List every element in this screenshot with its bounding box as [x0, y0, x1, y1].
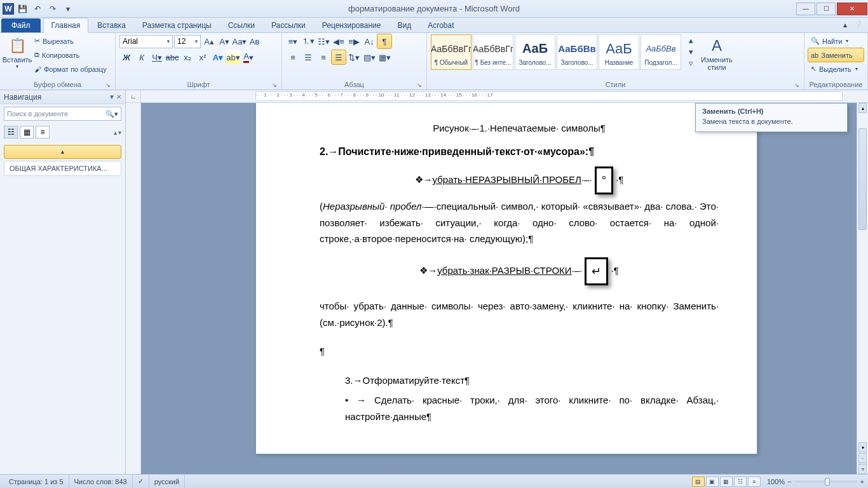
nav-collapse-item[interactable]: ▲ [4, 145, 121, 159]
numbering-icon[interactable]: ⒈▾ [301, 34, 315, 48]
change-case-icon[interactable]: Aa▾ [233, 34, 247, 48]
tab-view[interactable]: Вид [390, 18, 419, 32]
paste-button[interactable]: 📋 Вставить ▾ [4, 34, 31, 76]
grow-font-icon[interactable]: A▴ [202, 34, 216, 48]
styles-gallery[interactable]: АаБбВвГг¶ Обычный АаБбВвГг¶ Без инте... … [431, 34, 681, 70]
italic-button[interactable]: К [135, 50, 149, 64]
navpane-close-icon[interactable]: ✕ [116, 93, 121, 100]
sort-icon[interactable]: A↓ [362, 34, 376, 48]
app-icon[interactable]: W [3, 3, 14, 15]
vertical-scrollbar[interactable]: ▴ ▾ ◦ ▿ [857, 103, 868, 474]
nav-search-input[interactable]: Поиск в документе 🔍▾ [4, 107, 121, 121]
tab-review[interactable]: Рецензирование [315, 18, 389, 32]
close-button[interactable]: ✕ [837, 3, 867, 15]
redo-button[interactable]: ↷ [46, 2, 60, 16]
view-outline[interactable]: ☷ [734, 477, 747, 487]
status-page[interactable]: Страница: 1 из 5 [4, 475, 69, 488]
shading-icon[interactable]: ▧▾ [362, 50, 376, 64]
select-button[interactable]: ↖Выделить▾ [808, 62, 864, 76]
superscript-button[interactable]: x² [196, 50, 210, 64]
document-viewport[interactable]: Рисунок·–·1.·Непечатаемые· символы¶ 2.→П… [141, 103, 857, 474]
clipboard-launcher-icon[interactable]: ↘ [104, 81, 112, 90]
nav-prev-icon[interactable]: ▴ [114, 129, 117, 136]
nav-next-icon[interactable]: ▾ [118, 129, 121, 136]
highlight-icon[interactable]: ab▾ [226, 50, 240, 64]
nav-tab-headings[interactable]: ☷ [4, 126, 18, 139]
save-button[interactable]: 💾 [15, 2, 29, 16]
ribbon-minimize-icon[interactable]: ▴ ❔ [843, 20, 863, 29]
tab-mailings[interactable]: Рассылки [264, 18, 313, 32]
align-justify-icon[interactable]: ☰ [332, 50, 346, 64]
paragraph-launcher-icon[interactable]: ↘ [415, 81, 424, 90]
view-web-layout[interactable]: ▦ [720, 477, 733, 487]
tab-file[interactable]: Файл [1, 18, 41, 32]
cut-button[interactable]: ✂Вырезать [32, 34, 109, 48]
style-heading2[interactable]: АаБбВвЗаголово... [557, 34, 597, 70]
ruler-corner[interactable]: ∟ [126, 90, 141, 102]
font-color-icon[interactable]: A▾ [241, 50, 255, 64]
text-effects-icon[interactable]: A▾ [211, 50, 225, 64]
shrink-font-icon[interactable]: A▾ [217, 34, 231, 48]
font-size-combo[interactable]: 12▼ [174, 35, 201, 48]
document-page[interactable]: Рисунок·–·1.·Непечатаемые· символы¶ 2.→П… [255, 103, 757, 454]
zoom-slider[interactable] [794, 480, 858, 483]
styles-launcher-icon[interactable]: ↘ [792, 81, 801, 90]
change-styles-button[interactable]: A Изменить стили [699, 34, 735, 76]
styles-expand-icon[interactable]: ▿ [684, 57, 698, 69]
scroll-up-icon[interactable]: ▴ [858, 103, 867, 113]
horizontal-ruler[interactable]: · · · 1 · · · 2 · · · 3 · · · 4 · · · 5 … [141, 90, 868, 102]
strike-button[interactable]: abc [165, 50, 179, 64]
line-spacing-icon[interactable]: ⇅▾ [347, 50, 361, 64]
style-no-spacing[interactable]: АаБбВвГг¶ Без инте... [473, 34, 513, 70]
navpane-dropdown-icon[interactable]: ▼ [109, 93, 115, 100]
bold-button[interactable]: Ж [119, 50, 133, 64]
styles-scroll-down-icon[interactable]: ▾ [684, 46, 698, 57]
tab-acrobat[interactable]: Acrobat [420, 18, 461, 32]
underline-button[interactable]: Ч▾ [150, 50, 164, 64]
style-heading1[interactable]: АаБЗаголово... [515, 34, 555, 70]
style-subtitle[interactable]: АаБбВвПодзагол... [641, 34, 681, 70]
font-name-combo[interactable]: Arial▼ [119, 35, 173, 48]
undo-button[interactable]: ↶ [31, 2, 44, 16]
style-normal[interactable]: АаБбВвГг¶ Обычный [431, 34, 471, 70]
format-painter-button[interactable]: 🖌Формат по образцу [32, 62, 109, 76]
tab-page-layout[interactable]: Разметка страницы [135, 18, 219, 32]
zoom-in-button[interactable]: + [860, 478, 864, 485]
increase-indent-icon[interactable]: ≡▶ [347, 34, 361, 48]
decrease-indent-icon[interactable]: ◀≡ [332, 34, 346, 48]
scroll-down-icon[interactable]: ▾ [858, 442, 867, 452]
subscript-button[interactable]: x₂ [180, 50, 194, 64]
tab-home[interactable]: Главная [43, 18, 89, 33]
nav-tab-results[interactable]: ≡ [36, 126, 50, 139]
browse-next-icon[interactable]: ▿ [858, 464, 867, 474]
copy-button[interactable]: ⧉Копировать [32, 48, 109, 62]
multilevel-icon[interactable]: ☷▾ [316, 34, 330, 48]
align-left-icon[interactable]: ≡ [286, 50, 300, 64]
nav-tab-pages[interactable]: ▦ [20, 126, 34, 139]
zoom-label[interactable]: 100% [767, 478, 785, 485]
find-button[interactable]: 🔍Найти▾ [808, 34, 864, 48]
align-center-icon[interactable]: ☰ [301, 50, 315, 64]
qat-customize-icon[interactable]: ▾ [61, 2, 75, 16]
show-marks-icon[interactable]: ¶ [377, 34, 391, 48]
view-print-layout[interactable]: ▤ [692, 477, 705, 487]
minimize-button[interactable]: — [796, 3, 815, 15]
bullets-icon[interactable]: ≡▾ [286, 34, 300, 48]
style-title[interactable]: АаБНазвание [599, 34, 639, 70]
font-launcher-icon[interactable]: ↘ [270, 81, 279, 90]
browse-prev-icon[interactable]: ◦ [858, 453, 867, 463]
replace-button[interactable]: abЗаменить [808, 48, 864, 62]
align-right-icon[interactable]: ≡ [316, 50, 330, 64]
status-proofing[interactable]: ✓ [133, 475, 149, 488]
vertical-ruler[interactable] [126, 103, 141, 474]
scroll-thumb[interactable] [858, 128, 867, 230]
styles-scroll-up-icon[interactable]: ▴ [684, 34, 698, 46]
tab-references[interactable]: Ссылки [220, 18, 262, 32]
view-full-screen[interactable]: ▣ [706, 477, 719, 487]
status-language[interactable]: русский [149, 475, 185, 488]
maximize-button[interactable]: ☐ [817, 3, 836, 15]
zoom-out-button[interactable]: − [787, 478, 791, 485]
nav-heading-item[interactable]: ОБЩАЯ ХАРАКТЕРИСТИКА... [4, 161, 121, 176]
search-icon[interactable]: 🔍▾ [105, 110, 118, 118]
status-word-count[interactable]: Число слов: 843 [69, 475, 133, 488]
